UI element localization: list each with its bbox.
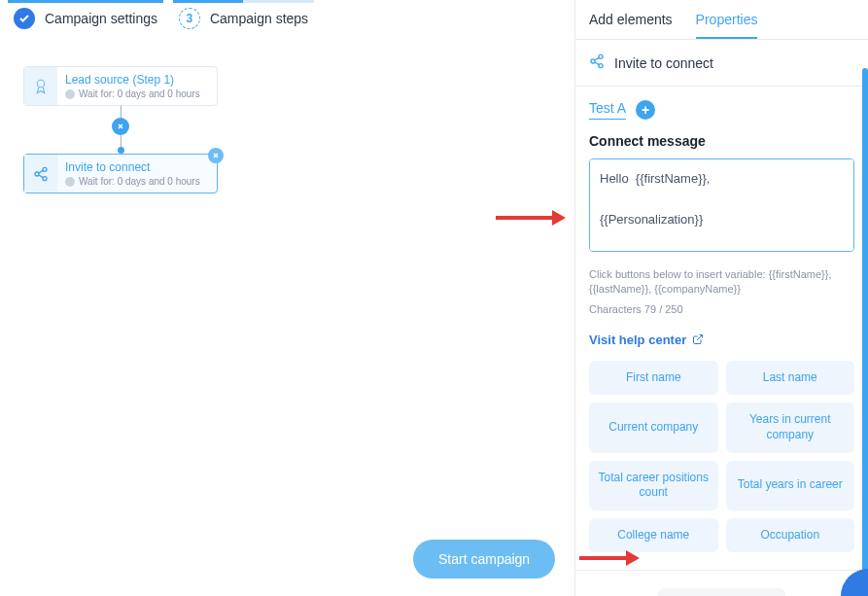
chip-last-name[interactable]: Last name (726, 361, 855, 396)
chip-years-in-company[interactable]: Years in current company (726, 403, 855, 452)
chip-current-company[interactable]: Current company (589, 403, 718, 452)
delete-connector-icon[interactable] (112, 118, 129, 135)
badge-icon (24, 67, 57, 105)
node-title: Invite to connect (65, 160, 209, 174)
chip-career-positions[interactable]: Total career positions count (589, 461, 718, 510)
panel-section-title: Invite to connect (614, 55, 713, 71)
node-wait-text: Wait for: 0 days and 0 hours (79, 88, 200, 99)
panel-tabs: Add elements Properties (575, 0, 868, 40)
svg-line-14 (595, 62, 600, 65)
help-link-text: Visit help center (589, 333, 686, 347)
panel-header: Invite to connect (575, 40, 868, 87)
share-icon (589, 53, 605, 72)
node-lead-source[interactable]: Lead source (Step 1) Wait for: 0 days an… (23, 66, 218, 106)
node-title: Lead source (Step 1) (65, 73, 209, 87)
svg-point-5 (43, 167, 47, 171)
svg-marker-17 (552, 210, 566, 226)
flow-canvas: Lead source (Step 1) Wait for: 0 days an… (0, 37, 564, 223)
step-number: 3 (179, 8, 200, 29)
svg-line-9 (38, 175, 43, 178)
scrollbar[interactable] (862, 68, 868, 596)
chip-total-years-career[interactable]: Total years in career (726, 461, 855, 510)
step-label: Campaign settings (45, 11, 157, 26)
connect-message-label: Connect message (589, 133, 854, 149)
svg-line-13 (595, 57, 600, 60)
svg-point-12 (599, 64, 603, 68)
annotation-arrow (579, 548, 640, 568)
annotation-arrow (496, 208, 566, 228)
share-icon (24, 155, 57, 193)
tab-add-elements[interactable]: Add elements (589, 12, 673, 39)
step-campaign-settings[interactable]: Campaign settings (8, 0, 163, 37)
tab-properties[interactable]: Properties (696, 12, 758, 39)
help-center-link[interactable]: Visit help center (589, 333, 704, 347)
chip-occupation[interactable]: Occupation (726, 518, 855, 553)
step-progress-bar (8, 0, 163, 3)
connector (23, 106, 218, 154)
chip-first-name[interactable]: First name (589, 361, 718, 396)
add-variant-button[interactable]: + (636, 100, 655, 120)
svg-marker-19 (626, 550, 640, 566)
step-progress-bar (173, 0, 314, 3)
clock-icon (65, 177, 75, 187)
svg-point-10 (599, 54, 603, 58)
right-panel: Add elements Properties Invite to connec… (574, 0, 868, 596)
step-label: Campaign steps (210, 11, 308, 26)
svg-point-11 (591, 59, 595, 63)
delete-node-icon[interactable] (208, 148, 224, 163)
divider (575, 570, 868, 571)
variable-hint: Click buttons below to insert variable: … (589, 267, 854, 298)
check-icon (14, 8, 35, 29)
clock-icon (65, 89, 75, 99)
svg-line-15 (697, 335, 703, 341)
svg-line-8 (38, 170, 43, 173)
test-variant-a[interactable]: Test A (589, 100, 626, 120)
chip-college-name[interactable]: College name (589, 518, 718, 553)
step-campaign-steps[interactable]: 3 Campaign steps (173, 0, 314, 37)
svg-point-7 (43, 176, 47, 180)
svg-point-6 (35, 172, 39, 176)
panel-body: Test A + Connect message Click buttons b… (575, 87, 868, 596)
svg-point-0 (37, 80, 45, 88)
chip-personalization[interactable]: Personalization (658, 588, 784, 596)
variable-chips: First name Last name Current company Yea… (589, 361, 854, 553)
node-invite-to-connect[interactable]: Invite to connect Wait for: 0 days and 0… (23, 154, 218, 193)
node-wait-text: Wait for: 0 days and 0 hours (79, 176, 200, 187)
connector-dot (118, 147, 124, 154)
connect-message-input[interactable] (589, 158, 854, 252)
character-count: Characters 79 / 250 (589, 303, 854, 315)
start-campaign-button[interactable]: Start campaign (413, 540, 555, 578)
external-link-icon (692, 333, 704, 345)
